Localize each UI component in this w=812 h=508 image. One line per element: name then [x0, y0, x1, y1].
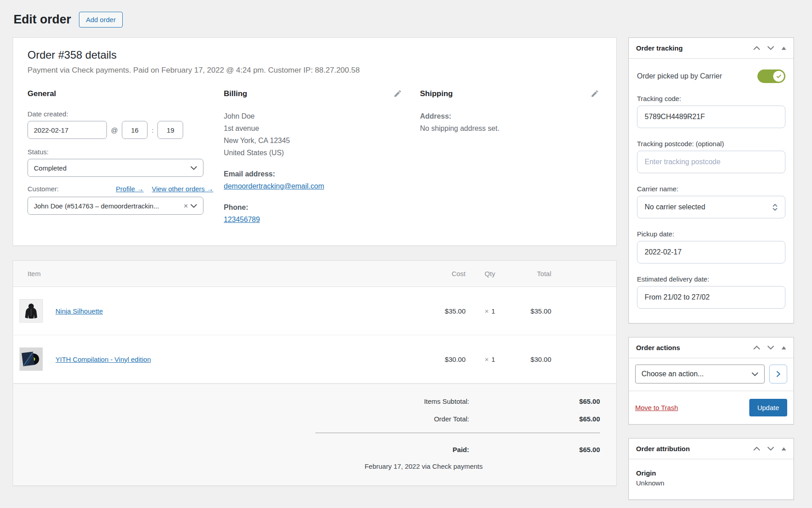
billing-section: Billing John Doe 1st avenue New York, CA… — [224, 89, 420, 226]
hour-input[interactable] — [122, 121, 148, 139]
billing-phone-label: Phone: — [224, 201, 420, 213]
move-down-button[interactable] — [767, 447, 774, 451]
billing-address-line: 1st avenue — [224, 122, 420, 134]
delivery-date-label: Estimated delivery date: — [637, 275, 785, 283]
tracking-postcode-label: Tracking postcode: (optional) — [637, 140, 785, 148]
items-subtotal-value: $65.00 — [469, 397, 600, 405]
add-order-button[interactable]: Add order — [79, 12, 123, 28]
carrier-name-label: Carrier name: — [637, 185, 785, 193]
collapse-panel-button[interactable] — [781, 46, 786, 50]
shipping-heading: Shipping — [420, 89, 453, 98]
move-down-button[interactable] — [767, 346, 774, 350]
delivery-date-input[interactable] — [637, 286, 785, 309]
billing-email-link[interactable]: demoordertracking@email.com — [224, 182, 324, 190]
chevron-down-icon — [767, 346, 774, 350]
move-to-trash-link[interactable]: Move to Trash — [635, 404, 678, 411]
time-separator: : — [152, 126, 153, 134]
status-label: Status: — [28, 148, 224, 156]
order-action-select[interactable]: Choose an action... — [635, 365, 765, 383]
order-actions-footer: Move to Trash Update — [629, 391, 794, 424]
tracking-postcode-group: Tracking postcode: (optional) — [637, 140, 785, 173]
item-column-header: Item — [13, 261, 427, 287]
carrier-select-value: No carrier selected — [645, 203, 705, 211]
carrier-name-group: Carrier name: No carrier selected — [637, 185, 785, 218]
order-tracking-header: Order tracking — [629, 38, 794, 59]
shipping-section-head: Shipping — [420, 89, 602, 99]
sidebar: Order tracking Order picked up by Carrie… — [628, 37, 794, 500]
page-header: Edit order Add order — [14, 12, 812, 28]
edit-shipping-button[interactable] — [591, 89, 599, 98]
tracking-code-input[interactable] — [637, 106, 785, 128]
order-tracking-body: Order picked up by Carrier Tracking code… — [629, 59, 794, 323]
move-up-button[interactable] — [753, 346, 760, 350]
vinyl-image — [22, 350, 41, 369]
origin-value: Unknown — [636, 479, 786, 487]
collapse-panel-button[interactable] — [781, 447, 786, 451]
order-actions-body: Choose an action... — [629, 358, 794, 391]
pencil-icon — [591, 89, 599, 98]
qty-column-header: Qty — [472, 261, 508, 287]
billing-phone-block: Phone: 123456789 — [224, 201, 420, 226]
order-attribution-title: Order attribution — [636, 445, 690, 453]
tracking-postcode-input[interactable] — [637, 151, 785, 173]
select-updown-icon — [772, 203, 778, 211]
profile-link[interactable]: Profile → — [116, 185, 144, 193]
order-attribution-header: Order attribution — [629, 439, 794, 459]
picked-up-row: Order picked up by Carrier — [637, 69, 785, 83]
edit-billing-button[interactable] — [393, 89, 402, 98]
order-details-subtitle: Payment via Check payments. Paid on Febr… — [28, 66, 602, 75]
chevron-down-icon — [767, 46, 774, 50]
clear-selection-icon[interactable]: × — [184, 202, 188, 210]
move-down-button[interactable] — [767, 46, 774, 50]
items-header-row: Item Cost Qty Total — [13, 261, 616, 287]
picked-up-toggle[interactable] — [757, 69, 785, 83]
page-title: Edit order — [14, 13, 71, 27]
item-cost: $35.00 — [427, 287, 472, 335]
view-other-orders-link[interactable]: View other orders → — [152, 185, 213, 193]
table-row: YITH Compilation - Vinyl edition $30.00 … — [13, 335, 616, 383]
picked-up-label: Order picked up by Carrier — [637, 72, 722, 80]
status-select[interactable]: Completed — [28, 159, 203, 177]
apply-action-button[interactable] — [769, 365, 787, 383]
paid-row: Paid: $65.00 — [315, 446, 600, 453]
items-subtotal-label: Items Subtotal: — [424, 397, 469, 405]
move-up-button[interactable] — [753, 447, 760, 451]
carrier-select[interactable]: No carrier selected — [637, 196, 785, 218]
cost-column-header: Cost — [427, 261, 472, 287]
delivery-date-group: Estimated delivery date: — [637, 275, 785, 309]
status-select-value: Completed — [34, 164, 188, 172]
shipping-address-label: Address: — [420, 110, 602, 122]
product-link[interactable]: YITH Compilation - Vinyl edition — [55, 356, 151, 363]
general-section-head: General — [28, 89, 224, 99]
tracking-code-label: Tracking code: — [637, 95, 785, 102]
billing-email-label: Email address: — [224, 168, 420, 180]
minute-input[interactable] — [157, 121, 183, 139]
order-total-label: Order Total: — [434, 415, 469, 423]
billing-phone-link[interactable]: 123456789 — [224, 216, 260, 223]
product-link[interactable]: Ninja Silhouette — [55, 307, 103, 315]
date-created-input[interactable] — [28, 121, 107, 139]
billing-heading: Billing — [224, 89, 247, 98]
customer-row: Customer: Profile → View other orders → — [28, 185, 213, 193]
pickup-date-input[interactable] — [637, 241, 785, 263]
total-column-header: Total — [508, 261, 558, 287]
order-attribution-panel: Order attribution Origin Unknown — [628, 438, 794, 500]
billing-address-line: United States (US) — [224, 147, 420, 159]
at-separator: @ — [111, 126, 118, 134]
order-action-select-value: Choose an action... — [641, 370, 704, 378]
tracking-code-group: Tracking code: — [637, 95, 785, 128]
chevron-up-icon — [753, 46, 760, 50]
shipping-section: Shipping Address: No shipping address se… — [420, 89, 602, 226]
update-button[interactable]: Update — [749, 399, 787, 416]
collapse-panel-button[interactable] — [781, 346, 786, 350]
general-heading: General — [28, 89, 56, 98]
chevron-right-icon — [776, 371, 780, 377]
move-up-button[interactable] — [753, 46, 760, 50]
shipping-address-value: No shipping address set. — [420, 122, 602, 134]
items-subtotal-row: Items Subtotal: $65.00 — [29, 397, 600, 405]
customer-select[interactable]: John Doe (#514763 – demoordertrackin... … — [28, 197, 203, 215]
product-thumbnail-vinyl — [19, 347, 43, 371]
order-actions-header: Order actions — [629, 337, 794, 358]
pickup-date-label: Pickup date: — [637, 230, 785, 238]
order-details-title: Order #358 details — [28, 49, 602, 61]
